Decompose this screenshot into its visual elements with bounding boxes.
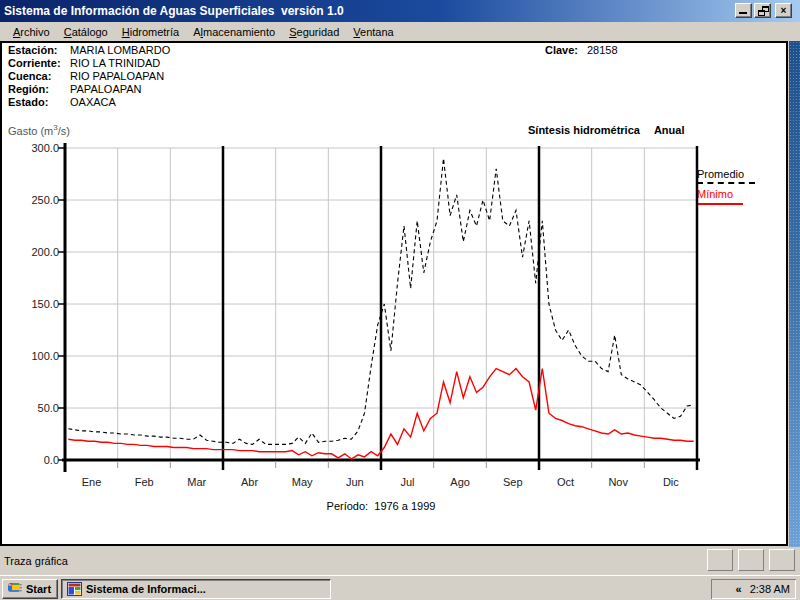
station-label: Corriente: [8,57,70,69]
legend-minimo-label: Mínimo [697,188,767,200]
desktop-wallpaper-strip [789,41,800,547]
menu-bar: Archivo Catálogo Hidrometría Almacenamie… [0,22,800,41]
station-row: Estación:MARIA LOMBARDO [8,44,170,56]
menu-item-catalogo[interactable]: Catálogo [57,24,115,40]
window-title: Sistema de Información de Aguas Superfic… [0,4,344,18]
menu-item-hidrometria[interactable]: Hidrometría [115,24,186,40]
station-label: Región: [8,83,70,95]
station-row: Región:PAPALOAPAN [8,83,142,95]
restore-icon [758,6,769,16]
taskbar-app-label: Sistema de Informaci... [86,583,206,595]
station-key-row: Clave: 28158 [545,44,618,56]
close-button[interactable]: × [775,3,792,18]
station-row: Cuenca:RIO PAPALOAPAN [8,70,164,82]
chart-title: Síntesis hidrométrica Anual [528,124,684,136]
menu-item-archivo[interactable]: Archivo [6,24,57,40]
chart-legend: Promedio Mínimo [697,168,767,205]
tray-clock: 2:38 AM [750,583,790,595]
statusbar-pane [769,549,795,571]
station-label: Cuenca: [8,70,70,82]
restore-button[interactable] [754,3,771,18]
tray-chevron-icon[interactable]: « [736,583,742,595]
station-row: Estado:OAXACA [8,96,116,108]
x-axis-period-label: Período: 1976 a 1999 [65,500,697,512]
start-button[interactable]: Start [2,579,58,599]
statusbar-pane [707,549,733,571]
menu-item-ventana[interactable]: Ventana [346,24,400,40]
close-icon: × [781,6,787,16]
taskbar: Start Sistema de Informaci... « 2:38 AM [0,575,800,600]
legend-minimo-line [697,203,743,205]
chart-title-text: Síntesis hidrométrica [528,124,640,136]
menu-item-seguridad[interactable]: Seguridad [282,24,346,40]
y-axis-title: Gasto (m3/s) [8,123,70,137]
station-label: Estación: [8,44,70,56]
window-titlebar: Sistema de Información de Aguas Superfic… [0,0,800,22]
station-row: Corriente:RIO LA TRINIDAD [8,57,160,69]
clave-value: 28158 [587,44,618,56]
menu-item-almacenamiento[interactable]: Almacenamiento [186,24,282,40]
app-icon [67,582,82,596]
status-text: Traza gráfica [4,555,68,567]
windows-flag-icon [7,582,23,596]
minimize-icon [739,12,747,14]
desktop-screen: Sistema de Información de Aguas Superfic… [0,0,800,600]
station-label: Estado: [8,96,70,108]
start-label: Start [26,583,51,595]
legend-promedio-line [697,182,755,184]
station-value: RIO LA TRINIDAD [70,57,160,69]
clave-label: Clave: [545,44,587,56]
chart-canvas-area [0,41,788,546]
legend-promedio-label: Promedio [697,168,767,180]
chart-mode-text: Anual [654,124,685,136]
station-value: MARIA LOMBARDO [70,44,170,56]
station-value: PAPALOAPAN [70,83,142,95]
taskbar-app-button[interactable]: Sistema de Informaci... [61,579,331,599]
minimize-button[interactable] [735,3,752,18]
system-tray[interactable]: « 2:38 AM [711,579,796,599]
statusbar-pane [738,549,764,571]
station-value: OAXACA [70,96,116,108]
status-bar: Traza gráfica [0,547,800,574]
station-value: RIO PAPALOAPAN [70,70,164,82]
